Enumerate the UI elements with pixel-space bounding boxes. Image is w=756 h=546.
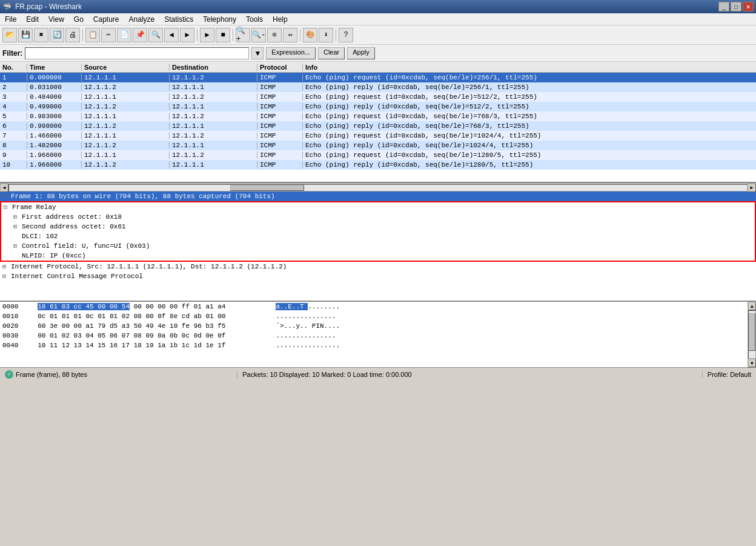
resize-columns-button[interactable]: ⇔ [283,28,297,42]
col-header-destination[interactable]: Destination [170,64,257,71]
horizontal-scrollbar: ◀ ▶ [0,183,756,191]
scroll-left-button[interactable]: ◀ [0,184,8,192]
hex-row[interactable]: 0010 0c 01 01 01 0c 01 01 02 08 00 0f 8e… [0,311,756,321]
hex-offset: 0040 [2,342,30,349]
clear-button[interactable]: Clear [318,47,345,59]
menu-telephony[interactable]: Telephony [198,14,241,25]
copy-button[interactable]: 📄 [117,28,131,42]
minimize-button[interactable]: _ [718,2,729,12]
packet-proto: ICMP [257,151,303,159]
zoom-in-button[interactable]: 🔍+ [236,28,250,42]
zoom-reset-button[interactable]: ⊙ [267,28,282,42]
status-profile-text: Profile: Default [708,371,751,378]
frame-row[interactable]: ⊞ Frame 1: 88 bytes on wire (704 bits), … [0,191,756,201]
expression-button[interactable]: Expression... [266,47,316,59]
close-button[interactable]: ✕ [743,2,754,12]
scrollbar-thumb[interactable] [230,185,304,191]
packet-row[interactable]: 9 1.966000 12.1.1.1 12.1.1.2 ICMP Echo (… [0,150,756,160]
status-right: Profile: Default [702,371,756,378]
packet-row[interactable]: 10 1.966000 12.1.1.2 12.1.1.1 ICMP Echo … [0,160,756,170]
filter-input-button[interactable]: 📋 [85,28,100,42]
menu-file[interactable]: File [0,14,21,25]
packet-row[interactable]: 3 0.484000 12.1.1.1 12.1.1.2 ICMP Echo (… [0,92,756,102]
ip-expand-icon[interactable]: ⊞ [2,263,11,270]
frame-relay-header[interactable]: ⊟ Frame Relay [1,202,755,212]
hex-scroll-up[interactable]: ▲ [748,302,756,310]
menu-statistics[interactable]: Statistics [159,14,198,25]
colorize-button[interactable]: 🎨 [303,28,317,42]
menu-capture[interactable]: Capture [88,14,124,25]
col-header-time[interactable]: Time [27,64,82,71]
scroll-right-button[interactable]: ▶ [748,184,756,192]
packet-dst: 12.1.1.2 [170,74,257,81]
packet-row[interactable]: 4 0.499000 12.1.1.2 12.1.1.1 ICMP Echo (… [0,102,756,112]
packet-row[interactable]: 1 0.000000 12.1.1.1 12.1.1.2 ICMP Echo (… [0,73,756,82]
packet-row[interactable]: 8 1.482000 12.1.1.2 12.1.1.1 ICMP Echo (… [0,141,756,150]
cut-button[interactable]: ✂ [101,28,116,42]
scrollbar-track[interactable] [8,184,748,191]
hex-rows: 0000 18 61 03 cc 45 00 00 54 00 00 00 00… [0,302,756,350]
packet-no: 10 [0,161,27,168]
toolbar: 📂 💾 ✖ 🔄 🖨 📋 ✂ 📄 📌 🔍 ◀ ▶ ▶ ■ 🔍+ 🔍- ⊙ ⇔ 🎨 … [0,25,756,45]
menu-go[interactable]: Go [69,14,88,25]
menu-edit[interactable]: Edit [21,14,44,25]
hex-scroll-track[interactable] [748,310,756,359]
frame-relay-line-3[interactable]: DLCI: 102 [1,231,755,241]
hex-row[interactable]: 0040 10 11 12 13 14 15 16 17 18 19 1a 1b… [0,341,756,350]
forward-button[interactable]: ▶ [180,28,194,42]
back-button[interactable]: ◀ [164,28,179,42]
packet-info: Echo (ping) reply (id=0xcdab, seq(be/le)… [303,142,756,149]
maximize-button[interactable]: □ [731,2,741,12]
apply-button[interactable]: Apply [347,47,375,59]
auto-scroll-button[interactable]: ⬇ [319,28,333,42]
open-button[interactable]: 📂 [2,28,17,42]
reload-button[interactable]: 🔄 [50,28,64,42]
save-button[interactable]: 💾 [18,28,33,42]
print-button[interactable]: 🖨 [65,28,80,42]
ip-row[interactable]: ⊞ Internet Protocol, Src: 12.1.1.1 (12.1… [0,262,756,271]
toolbar-sep-1 [82,29,83,41]
filter-input[interactable] [25,47,249,59]
filter-dropdown[interactable]: ▼ [251,47,264,59]
icmp-expand-icon[interactable]: ⊞ [2,273,11,280]
col-header-no[interactable]: No. [0,64,27,71]
frame-relay-expand-icon[interactable]: ⊟ [4,204,12,211]
start-capture-button[interactable]: ▶ [200,28,214,42]
find-button[interactable]: 🔍 [148,28,163,42]
menu-view[interactable]: View [44,14,69,25]
menu-help[interactable]: Help [268,14,293,25]
col-header-protocol[interactable]: Protocol [257,64,303,71]
packet-row[interactable]: 6 0.998000 12.1.1.2 12.1.1.1 ICMP Echo (… [0,121,756,131]
packet-list: 1 0.000000 12.1.1.1 12.1.1.2 ICMP Echo (… [0,73,756,170]
packet-src: 12.1.1.2 [82,84,170,91]
menu-tools[interactable]: Tools [241,14,268,25]
hex-scroll-thumb[interactable] [749,313,755,351]
packet-proto: ICMP [257,93,303,101]
hex-row[interactable]: 0000 18 61 03 cc 45 00 00 54 00 00 00 00… [0,302,756,311]
packet-row[interactable]: 5 0.983000 12.1.1.1 12.1.1.2 ICMP Echo (… [0,112,756,121]
menu-analyze[interactable]: Analyze [124,14,160,25]
frame-relay-line-4[interactable]: ⊞ Control field: U, func=UI (0x03) [1,241,755,251]
icmp-row-text: Internet Control Message Protocol [11,273,143,280]
help-button[interactable]: ? [339,28,353,42]
hex-scroll-down[interactable]: ▼ [748,359,756,367]
col-header-source[interactable]: Source [82,64,170,71]
packet-dst: 12.1.1.2 [170,113,257,120]
zoom-out-button[interactable]: 🔍- [251,28,266,42]
packet-dst: 12.1.1.1 [170,122,257,130]
frame-expand-icon[interactable]: ⊞ [2,193,11,200]
close-button[interactable]: ✖ [34,28,48,42]
packet-row[interactable]: 7 1.466000 12.1.1.1 12.1.1.2 ICMP Echo (… [0,131,756,141]
stop-capture-button[interactable]: ■ [216,28,230,42]
frame-relay-line-2[interactable]: ⊞ Second address octet: 0x61 [1,222,755,231]
packet-info: Echo (ping) reply (id=0xcdab, seq(be/le)… [303,161,756,168]
paste-button[interactable]: 📌 [133,28,147,42]
hex-row[interactable]: 0020 60 3e 00 00 a1 79 d5 a3 50 49 4e 10… [0,321,756,331]
frame-relay-line-1[interactable]: ⊞ First address octet: 0x18 [1,212,755,222]
col-header-info[interactable]: Info [303,64,756,71]
icmp-row[interactable]: ⊞ Internet Control Message Protocol [0,271,756,281]
packet-proto: ICMP [257,161,303,168]
hex-row[interactable]: 0030 00 01 02 03 04 05 06 07 08 09 0a 0b… [0,331,756,341]
frame-relay-line-5[interactable]: NLPID: IP (0xcc) [1,251,755,261]
packet-row[interactable]: 2 0.031000 12.1.1.2 12.1.1.1 ICMP Echo (… [0,82,756,92]
